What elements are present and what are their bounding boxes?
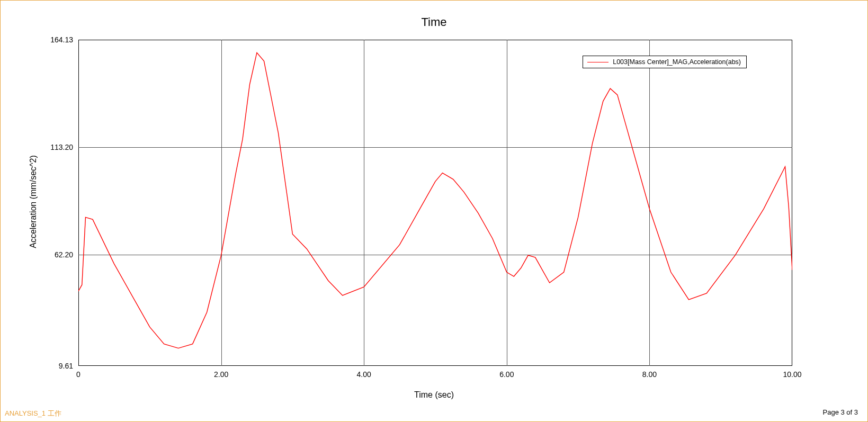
x-tick-label: 4.00 — [357, 370, 371, 379]
y-axis-label: Acceleration (mm/sec^2) — [29, 155, 38, 248]
chart-title: Time — [1, 15, 867, 29]
y-tick-label: 113.20 — [50, 143, 73, 151]
x-tick-label: 2.00 — [214, 370, 228, 379]
footer-analysis-label: ANALYSIS_1 工作 — [5, 409, 61, 418]
x-tick-label: 8.00 — [642, 370, 657, 379]
page-indicator: Page 3 of 3 — [823, 408, 858, 416]
y-tick-label: 62.20 — [55, 250, 73, 259]
plot-area: 164.13 113.20 62.20 9.61 0 2.00 4.00 6.0… — [78, 40, 792, 366]
y-tick-label: 9.61 — [59, 362, 73, 370]
chart-frame: Time Acceleration (mm/sec^2) Time (sec) … — [0, 0, 868, 422]
x-tick-label: 6.00 — [499, 370, 514, 379]
y-tick-label: 164.13 — [50, 35, 73, 44]
x-axis-label: Time (sec) — [1, 390, 867, 400]
x-tick-label: 0 — [76, 370, 80, 379]
series-line — [78, 40, 792, 366]
x-tick-label: 10.00 — [783, 370, 801, 379]
